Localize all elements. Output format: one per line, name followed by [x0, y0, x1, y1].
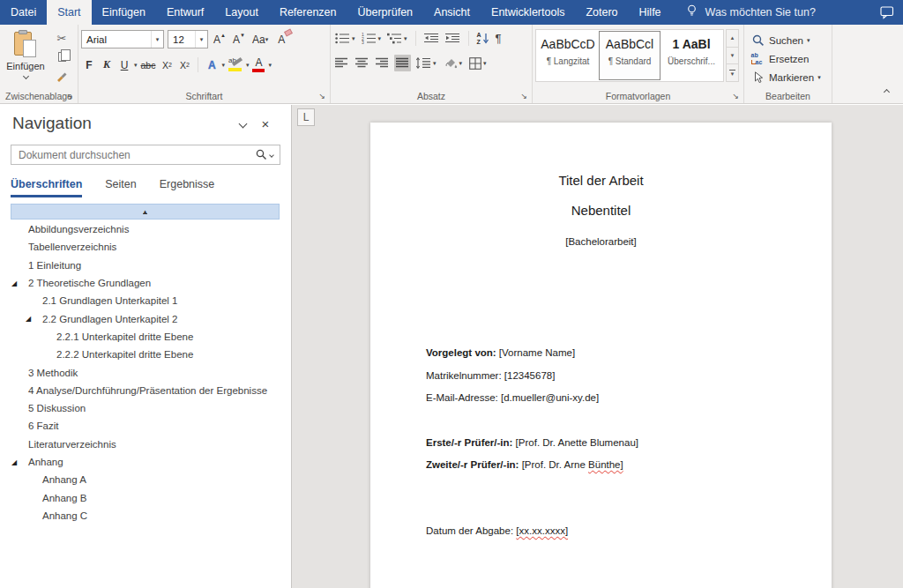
borders-button[interactable]: ▾ [467, 55, 489, 71]
document-subtitle[interactable]: Nebentitel [370, 203, 832, 218]
document-type[interactable]: [Bachelorarbeit] [370, 236, 832, 247]
nav-heading[interactable]: Literaturverzeichnis [0, 435, 291, 453]
select-button[interactable]: Markieren ▾ [747, 68, 829, 86]
nav-heading[interactable]: 2.2.1 Unterkapitel dritte Ebene [0, 328, 291, 346]
align-center-button[interactable] [354, 55, 370, 71]
nav-heading[interactable]: Anhang B [0, 488, 291, 506]
styles-more-icon[interactable]: ▼ [727, 64, 738, 81]
style-card-standard[interactable]: AaBbCcl ¶ Standard [599, 31, 660, 80]
tab-zotero[interactable]: Zotero [575, 0, 628, 25]
tab-ergebnisse[interactable]: Ergebnisse [160, 178, 215, 197]
grow-font-button[interactable]: A▲ [212, 31, 228, 48]
clear-formatting-button[interactable]: A [273, 31, 289, 48]
nav-heading[interactable]: 2.1 Grundlagen Unterkapitel 1 [0, 292, 291, 309]
shading-button[interactable]: ▾ [442, 55, 465, 71]
replace-button[interactable]: abac Ersetzen [747, 49, 829, 68]
document-page[interactable]: Titel der Arbeit Nebentitel [Bachelorarb… [370, 123, 832, 588]
search-magnifier-icon[interactable] [256, 149, 267, 160]
tell-me-box[interactable]: Was möchten Sie tun? [686, 0, 816, 25]
collapse-triangle-icon[interactable]: ◢ [26, 315, 31, 323]
nav-heading[interactable]: Anhang C [0, 507, 291, 525]
font-color-dropdown-icon[interactable]: ▾ [268, 62, 272, 68]
superscript-button[interactable]: X2 [176, 56, 192, 73]
strikethrough-button[interactable]: abc [139, 56, 158, 73]
styles-scroll-down-icon[interactable]: ▼ [727, 48, 738, 65]
cut-button[interactable]: ✂ [52, 31, 71, 46]
document-title[interactable]: Titel der Arbeit [370, 173, 832, 188]
nav-heading[interactable]: ◢2.2 Grundlagen Unterkapitel 2 [0, 309, 291, 327]
nav-heading[interactable]: Tabellenverzeichnis [0, 238, 291, 256]
style-card-ueberschrift[interactable]: 1 AaBl Überschrif... [660, 31, 722, 80]
nav-heading[interactable]: ◢Anhang [0, 453, 291, 471]
collapse-ribbon-icon[interactable] [884, 89, 890, 95]
align-left-button[interactable] [333, 55, 350, 71]
nav-heading[interactable]: 2.2.2 Unterkapitel dritte Ebene [0, 346, 291, 363]
search-input[interactable] [11, 149, 256, 161]
clipboard-dialog-launcher-icon[interactable]: ↘ [66, 93, 73, 100]
format-painter-button[interactable] [52, 68, 71, 83]
feedback-comment-icon[interactable] [880, 6, 894, 19]
tab-referenzen[interactable]: Referenzen [269, 0, 347, 25]
tab-stop-selector[interactable]: L [297, 108, 315, 126]
highlight-color-button[interactable]: ab [227, 56, 244, 73]
text-effects-button[interactable]: A [204, 56, 220, 73]
bullet-list-button[interactable]: ▾ [333, 30, 357, 47]
nav-heading[interactable]: 3 Methodik [0, 363, 291, 381]
navigation-close-icon[interactable]: × [254, 116, 277, 131]
change-case-button[interactable]: Aa▾ [250, 31, 270, 48]
nav-heading[interactable]: 5 Diskussion [0, 399, 291, 417]
styles-dialog-launcher-icon[interactable]: ↘ [732, 93, 739, 100]
paragraph-dialog-launcher-icon[interactable]: ↘ [520, 93, 527, 100]
paste-button[interactable]: Einfügen [3, 28, 49, 88]
font-size-combobox[interactable]: 12▾ [168, 30, 208, 48]
email-line[interactable]: E-Mail-Adresse: [d.mueller@uni-xy.de] [426, 392, 599, 403]
numbered-list-button[interactable]: 123 ▾ [360, 30, 384, 47]
nav-heading[interactable]: 6 Fazit [0, 417, 291, 435]
find-button[interactable]: Suchen ▾ [747, 31, 829, 49]
justify-button[interactable] [394, 55, 411, 71]
tab-seiten[interactable]: Seiten [105, 178, 136, 197]
submitted-by-line[interactable]: Vorgelegt von: [Vorname Name] [426, 347, 575, 358]
due-date-line[interactable]: Datum der Abgabe: [xx.xx.xxxx] [426, 525, 568, 536]
font-dialog-launcher-icon[interactable]: ↘ [318, 93, 325, 100]
matriculation-line[interactable]: Matrikelnummer: [12345678] [426, 370, 555, 381]
tab-hilfe[interactable]: Hilfe [629, 0, 672, 25]
navigation-options-chevron-icon[interactable] [231, 121, 254, 127]
font-name-combobox[interactable]: Arial▾ [81, 30, 164, 48]
multilevel-list-button[interactable]: ▾ [385, 30, 409, 47]
first-examiner-line[interactable]: Erste/-r Prüfer/-in: [Prof. Dr. Anette B… [426, 437, 638, 448]
collapse-triangle-icon[interactable]: ◢ [11, 458, 17, 466]
underline-button[interactable]: U [116, 56, 132, 73]
tab-einfuegen[interactable]: Einfügen [92, 0, 156, 25]
font-color-button[interactable]: A [250, 56, 266, 73]
show-paragraph-marks-button[interactable]: ¶ [494, 30, 504, 47]
styles-scroll-up-icon[interactable]: ▲ [727, 30, 738, 48]
highlight-dropdown-icon[interactable]: ▾ [246, 62, 250, 68]
subscript-button[interactable]: X2 [159, 56, 175, 73]
search-options-chevron-icon[interactable] [269, 153, 274, 158]
tab-entwurf[interactable]: Entwurf [156, 0, 214, 25]
nav-heading[interactable]: ◢2 Theoretische Grundlagen [0, 274, 291, 292]
tab-start[interactable]: Start [47, 0, 91, 25]
tab-datei[interactable]: Datei [0, 0, 47, 25]
tab-ueberschriften[interactable]: Überschriften [11, 178, 82, 197]
italic-button[interactable]: K [99, 56, 115, 73]
bold-button[interactable]: F [81, 56, 97, 73]
decrease-indent-button[interactable] [422, 30, 441, 47]
nav-heading-selected-empty[interactable]: ▴ [11, 204, 280, 220]
text-effects-dropdown-icon[interactable]: ▾ [221, 62, 225, 68]
copy-button[interactable] [52, 49, 71, 64]
increase-indent-button[interactable] [444, 30, 462, 47]
nav-heading[interactable]: 1 Einleitung [0, 257, 291, 274]
sort-button[interactable]: AZ [475, 30, 491, 47]
nav-heading[interactable]: 4 Analyse/Durchführung/Präsentation der … [0, 382, 291, 399]
tab-layout[interactable]: Layout [214, 0, 269, 25]
style-card-langzitat[interactable]: AaBbCcD ¶ Langzitat [537, 31, 599, 80]
tab-ueberpruefen[interactable]: Überprüfen [347, 0, 424, 25]
tab-ansicht[interactable]: Ansicht [423, 0, 481, 25]
collapse-triangle-icon[interactable]: ◢ [11, 279, 17, 287]
nav-heading[interactable]: Abbildungsverzeichnis [0, 220, 291, 238]
line-spacing-button[interactable]: ▾ [414, 55, 438, 71]
underline-dropdown-icon[interactable]: ▾ [134, 62, 138, 68]
second-examiner-line[interactable]: Zweite/-r Prüfer/-in: [Prof. Dr. Arne Bü… [426, 459, 623, 470]
